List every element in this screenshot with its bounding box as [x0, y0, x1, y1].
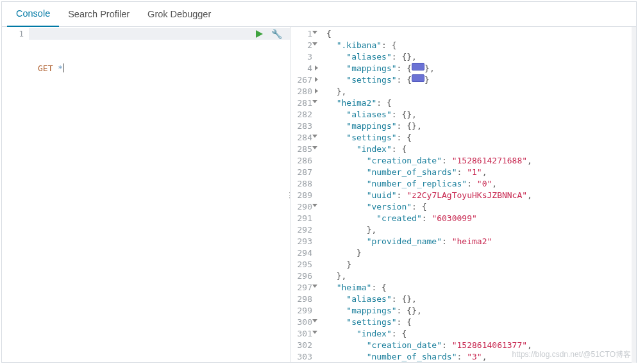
response-line-number: 286	[294, 155, 312, 167]
response-line: },	[326, 270, 632, 282]
play-icon	[255, 29, 264, 38]
fold-open-icon[interactable]	[312, 146, 317, 149]
fold-open-icon[interactable]	[312, 319, 317, 322]
response-line: },	[326, 86, 632, 97]
response-line-number: 293	[294, 236, 312, 247]
wrench-icon: 🔧	[271, 29, 282, 39]
request-line[interactable]: GET *	[38, 63, 286, 74]
response-line-number: 295	[294, 259, 312, 270]
fold-open-icon[interactable]	[312, 42, 317, 46]
console-split: 1 GET * 🔧 ··· 12342672802812	[2, 27, 636, 363]
response-line: "index": {	[326, 144, 632, 155]
response-line: "settings": {}	[326, 74, 632, 86]
request-path: *	[58, 63, 63, 73]
response-line: "uuid": "z2Cy7LAgToyuHKsJZBNNcA",	[326, 190, 632, 201]
request-editor[interactable]: 1 GET *	[2, 27, 290, 363]
response-line-number: 300	[294, 317, 312, 328]
response-line-number: 296	[294, 270, 312, 282]
response-line-number: 298	[294, 294, 312, 305]
response-line: }	[326, 259, 632, 270]
response-line: ".kibana": {	[326, 40, 632, 51]
fold-open-icon[interactable]	[312, 31, 317, 34]
fold-closed-icon[interactable]	[315, 88, 318, 94]
response-line-number: 267	[294, 74, 312, 86]
response-line-number: 291	[294, 213, 312, 224]
request-options-button[interactable]: 🔧	[271, 29, 282, 39]
response-line-number: 280	[294, 86, 312, 97]
response-line-number: 303	[294, 351, 312, 363]
response-line: "mappings": {},	[326, 63, 632, 74]
response-line-number: 287	[294, 167, 312, 178]
response-line: "aliases": {},	[326, 109, 632, 120]
request-action-buttons: 🔧	[252, 28, 285, 40]
response-line-number: 283	[294, 120, 312, 132]
response-line-number: 289	[294, 190, 312, 201]
response-line: "mappings": {},	[326, 120, 632, 132]
fold-pill-icon[interactable]	[412, 63, 424, 70]
fold-open-icon[interactable]	[312, 285, 317, 288]
svg-marker-0	[256, 30, 263, 38]
response-line: "mappings": {},	[326, 305, 632, 317]
response-line: {	[326, 28, 632, 40]
response-line-number: 299	[294, 305, 312, 317]
run-request-button[interactable]	[255, 29, 264, 38]
response-line-number: 294	[294, 247, 312, 259]
response-line: }	[326, 247, 632, 259]
response-line: "index": {	[326, 328, 632, 340]
response-line-number: 302	[294, 340, 312, 351]
response-line-number: 3	[294, 51, 312, 63]
devtools-tab-bar: Console Search Profiler Grok Debugger	[2, 2, 636, 27]
response-line: "settings": {	[326, 132, 632, 144]
response-line: "creation_date": "1528614271688",	[326, 155, 632, 167]
response-line: "number_of_shards": "3",	[326, 351, 632, 363]
response-line: "version": {	[326, 201, 632, 213]
response-gutter: 1234267280281282283284285286287288289290…	[290, 27, 317, 363]
response-line-number: 297	[294, 282, 312, 294]
fold-open-icon[interactable]	[312, 100, 317, 103]
response-line: },	[326, 224, 632, 236]
response-line: "aliases": {},	[326, 294, 632, 305]
request-line-number: 1	[6, 28, 24, 40]
text-cursor	[63, 63, 63, 72]
response-line-number: 4	[294, 63, 312, 74]
response-line-number: 301	[294, 328, 312, 340]
fold-closed-icon[interactable]	[315, 77, 318, 82]
response-pane: ··· 123426728028128228328428528628728828…	[290, 27, 636, 363]
response-line: "provided_name": "heima2"	[326, 236, 632, 247]
tab-search-profiler[interactable]: Search Profiler	[59, 2, 139, 26]
response-line: "creation_date": "1528614061377",	[326, 340, 632, 351]
response-line: "number_of_replicas": "0",	[326, 178, 632, 190]
response-code[interactable]: { ".kibana": { "aliases": {}, "mappings"…	[317, 27, 636, 363]
http-verb: GET	[38, 63, 53, 73]
response-line: "aliases": {},	[326, 51, 632, 63]
response-line-number: 1	[294, 28, 312, 40]
request-code[interactable]: GET *	[29, 27, 290, 363]
response-line-number: 281	[294, 97, 312, 109]
fold-open-icon[interactable]	[312, 331, 317, 334]
response-line-number: 2	[294, 40, 312, 51]
response-line: "heima": {	[326, 282, 632, 294]
request-pane: 1 GET * 🔧	[2, 27, 290, 363]
response-line-number: 292	[294, 224, 312, 236]
response-line-number: 282	[294, 109, 312, 120]
active-line-highlight	[29, 28, 290, 40]
fold-open-icon[interactable]	[312, 204, 317, 207]
response-line-number: 288	[294, 178, 312, 190]
tab-grok-debugger[interactable]: Grok Debugger	[139, 2, 220, 26]
response-line-number: 285	[294, 144, 312, 155]
splitter-handle[interactable]: ···	[289, 191, 290, 199]
request-gutter: 1	[2, 27, 29, 363]
fold-pill-icon[interactable]	[412, 74, 424, 82]
fold-closed-icon[interactable]	[315, 65, 318, 70]
tab-console[interactable]: Console	[7, 1, 59, 27]
response-line: "number_of_shards": "1",	[326, 167, 632, 178]
response-line-number: 290	[294, 201, 312, 213]
fold-open-icon[interactable]	[312, 135, 317, 138]
response-line: "created": "6030099"	[326, 213, 632, 224]
response-editor[interactable]: 1234267280281282283284285286287288289290…	[290, 27, 636, 363]
kibana-dev-tools-frame: Console Search Profiler Grok Debugger 1 …	[1, 1, 637, 363]
response-line: "heima2": {	[326, 97, 632, 109]
response-line-number: 284	[294, 132, 312, 144]
response-line: "settings": {	[326, 317, 632, 328]
